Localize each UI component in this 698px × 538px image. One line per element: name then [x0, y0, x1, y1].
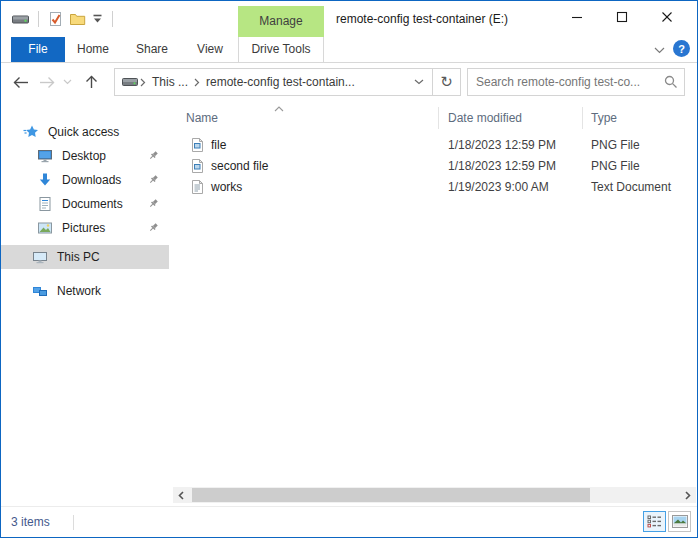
file-name[interactable]: second file — [211, 159, 268, 173]
refresh-button[interactable]: ↻ — [432, 69, 460, 95]
sidebar-item-this-pc[interactable]: This PC — [1, 245, 169, 269]
tab-view[interactable]: View — [185, 37, 235, 62]
sidebar-item-network[interactable]: Network — [1, 279, 169, 303]
file-name[interactable]: works — [211, 180, 242, 194]
toolbar-divider — [38, 11, 39, 27]
item-count: 3 items — [11, 507, 50, 538]
sidebar-item-downloads[interactable]: Downloads — [1, 168, 169, 192]
column-divider[interactable] — [438, 107, 439, 129]
search-icon[interactable] — [658, 75, 684, 89]
pin-icon — [148, 174, 159, 188]
search-input[interactable] — [468, 69, 658, 95]
quick-access-toolbar — [9, 1, 119, 37]
address-bar[interactable]: This ... remote-config test-contain... ↻ — [114, 68, 461, 96]
close-button[interactable] — [644, 1, 689, 33]
sidebar-item-label: Desktop — [62, 149, 106, 163]
column-divider[interactable] — [582, 107, 583, 129]
drive-icon — [122, 76, 138, 88]
file-type: PNG File — [591, 138, 640, 152]
window-controls — [554, 1, 689, 33]
minimize-button[interactable] — [554, 1, 599, 33]
customize-toolbar-button[interactable] — [89, 12, 106, 26]
breadcrumb-current-folder[interactable]: remote-config test-contain... — [202, 75, 359, 89]
column-header-name[interactable]: Name — [186, 111, 218, 125]
sidebar-item-label: Network — [57, 284, 101, 298]
new-folder-button[interactable] — [66, 10, 89, 28]
image-file-icon — [189, 158, 205, 177]
sidebar-item-label: This PC — [57, 250, 100, 264]
pin-icon — [148, 198, 159, 212]
drive-icon — [9, 11, 32, 28]
sort-ascending-icon[interactable] — [274, 101, 284, 115]
up-button[interactable] — [79, 63, 103, 101]
text-file-icon — [189, 179, 205, 198]
scroll-left-arrow-icon[interactable] — [173, 487, 189, 503]
explorer-window: Manage remote-config test-container (E:)… — [0, 0, 698, 538]
tab-drive-tools[interactable]: Drive Tools — [238, 37, 324, 62]
sidebar-item-pictures[interactable]: Pictures — [1, 216, 169, 240]
title-bar: Manage remote-config test-container (E:) — [1, 1, 697, 37]
scroll-right-arrow-icon[interactable] — [680, 487, 696, 503]
search-box[interactable] — [467, 68, 685, 96]
sidebar-item-quick-access[interactable]: Quick access — [1, 120, 169, 144]
breadcrumb-chevron-icon[interactable] — [138, 78, 148, 87]
file-list-pane: Name Date modified Type file 1/18/2023 1… — [171, 101, 696, 505]
ribbon-tab-strip: File Home Share View Drive Tools ? — [1, 37, 697, 63]
thumbnail-view-button[interactable] — [668, 511, 691, 532]
tab-home[interactable]: Home — [67, 37, 119, 62]
sidebar-item-label: Documents — [62, 197, 123, 211]
file-type: PNG File — [591, 159, 640, 173]
tab-file[interactable]: File — [11, 37, 65, 62]
expand-ribbon-chevron-icon[interactable] — [649, 41, 669, 59]
file-name[interactable]: file — [211, 138, 226, 152]
image-file-icon — [189, 137, 205, 156]
column-header-date-modified[interactable]: Date modified — [448, 111, 522, 125]
properties-button[interactable] — [45, 9, 66, 30]
horizontal-scrollbar[interactable] — [173, 487, 696, 503]
downloads-arrow-icon — [37, 172, 53, 188]
sidebar-item-label: Downloads — [62, 173, 121, 187]
monitor-icon — [32, 249, 48, 265]
contextual-group-manage[interactable]: Manage — [238, 6, 324, 37]
file-row[interactable]: second file 1/18/2023 12:59 PM PNG File — [171, 156, 696, 177]
address-dropdown-chevron-icon[interactable] — [406, 69, 432, 95]
pin-icon — [148, 222, 159, 236]
file-date-modified: 1/18/2023 12:59 PM — [448, 138, 556, 152]
pin-icon — [148, 150, 159, 164]
status-divider — [73, 515, 74, 530]
breadcrumb-chevron-icon[interactable] — [192, 78, 202, 87]
file-row[interactable]: works 1/19/2023 9:00 AM Text Document — [171, 177, 696, 198]
column-header-type[interactable]: Type — [591, 111, 617, 125]
scrollbar-thumb[interactable] — [192, 488, 590, 502]
navigation-pane: Quick access Desktop Downloads Doc — [1, 101, 171, 505]
file-date-modified: 1/19/2023 9:00 AM — [448, 180, 549, 194]
document-icon — [37, 196, 53, 212]
details-view-button[interactable] — [643, 511, 666, 532]
breadcrumb: This ... remote-config test-contain... — [115, 69, 406, 95]
sidebar-item-documents[interactable]: Documents — [1, 192, 169, 216]
sidebar-item-label: Pictures — [62, 221, 105, 235]
quick-access-star-icon — [23, 124, 39, 140]
toolbar-divider — [112, 11, 113, 27]
picture-icon — [37, 220, 53, 236]
sidebar-item-label: Quick access — [48, 125, 119, 139]
network-icon — [32, 283, 48, 299]
forward-button[interactable] — [35, 63, 59, 101]
tab-share[interactable]: Share — [125, 37, 179, 62]
help-button[interactable]: ? — [673, 40, 690, 57]
breadcrumb-this-pc[interactable]: This ... — [148, 75, 192, 89]
file-type: Text Document — [591, 180, 671, 194]
desktop-icon — [37, 148, 53, 164]
back-button[interactable] — [9, 63, 33, 101]
column-headers: Name Date modified Type — [171, 105, 696, 131]
file-date-modified: 1/18/2023 12:59 PM — [448, 159, 556, 173]
recent-locations-chevron-icon[interactable] — [59, 63, 75, 101]
window-title: remote-config test-container (E:) — [336, 1, 508, 37]
maximize-button[interactable] — [599, 1, 644, 33]
address-row: This ... remote-config test-contain... ↻ — [1, 63, 697, 101]
file-row[interactable]: file 1/18/2023 12:59 PM PNG File — [171, 135, 696, 156]
sidebar-item-desktop[interactable]: Desktop — [1, 144, 169, 168]
status-bar: 3 items — [1, 506, 697, 537]
